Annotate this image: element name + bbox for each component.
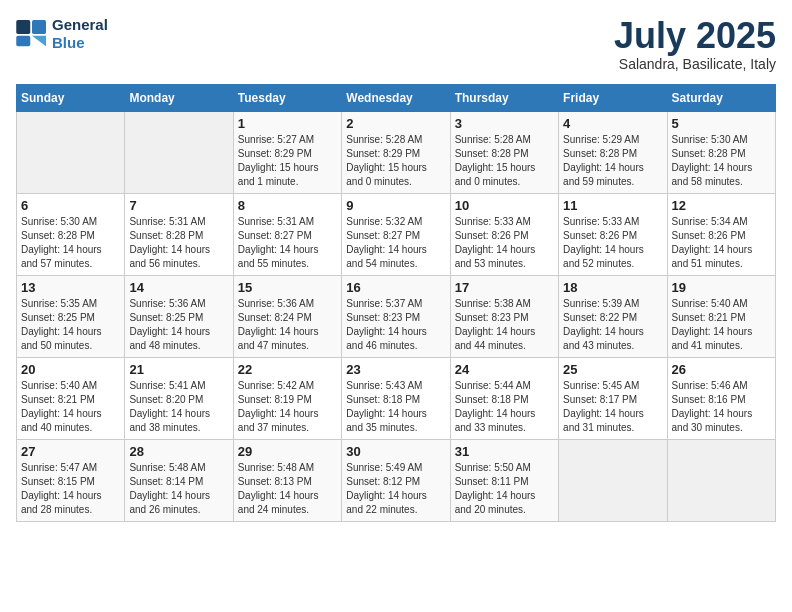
- sunset-text: Sunset: 8:25 PM: [129, 311, 228, 325]
- calendar-cell: 12Sunrise: 5:34 AMSunset: 8:26 PMDayligh…: [667, 193, 775, 275]
- daylight-text: Daylight: 14 hours and 47 minutes.: [238, 325, 337, 353]
- sunset-text: Sunset: 8:19 PM: [238, 393, 337, 407]
- day-number: 25: [563, 362, 662, 377]
- sunset-text: Sunset: 8:27 PM: [346, 229, 445, 243]
- calendar-cell: 27Sunrise: 5:47 AMSunset: 8:15 PMDayligh…: [17, 439, 125, 521]
- sunrise-text: Sunrise: 5:41 AM: [129, 379, 228, 393]
- calendar-cell: 13Sunrise: 5:35 AMSunset: 8:25 PMDayligh…: [17, 275, 125, 357]
- calendar-cell: 21Sunrise: 5:41 AMSunset: 8:20 PMDayligh…: [125, 357, 233, 439]
- daylight-text: Daylight: 14 hours and 20 minutes.: [455, 489, 554, 517]
- calendar-week-1: 1Sunrise: 5:27 AMSunset: 8:29 PMDaylight…: [17, 111, 776, 193]
- sunset-text: Sunset: 8:26 PM: [455, 229, 554, 243]
- sunrise-text: Sunrise: 5:44 AM: [455, 379, 554, 393]
- sunset-text: Sunset: 8:29 PM: [346, 147, 445, 161]
- daylight-text: Daylight: 14 hours and 54 minutes.: [346, 243, 445, 271]
- svg-rect-1: [32, 20, 46, 34]
- day-number: 20: [21, 362, 120, 377]
- day-number: 23: [346, 362, 445, 377]
- calendar-cell: 7Sunrise: 5:31 AMSunset: 8:28 PMDaylight…: [125, 193, 233, 275]
- calendar-cell: 20Sunrise: 5:40 AMSunset: 8:21 PMDayligh…: [17, 357, 125, 439]
- daylight-text: Daylight: 14 hours and 33 minutes.: [455, 407, 554, 435]
- calendar-cell: 10Sunrise: 5:33 AMSunset: 8:26 PMDayligh…: [450, 193, 558, 275]
- sunset-text: Sunset: 8:28 PM: [455, 147, 554, 161]
- calendar-cell: [125, 111, 233, 193]
- calendar-cell: [559, 439, 667, 521]
- day-info: Sunrise: 5:27 AMSunset: 8:29 PMDaylight:…: [238, 133, 337, 189]
- calendar-cell: [667, 439, 775, 521]
- calendar-cell: 9Sunrise: 5:32 AMSunset: 8:27 PMDaylight…: [342, 193, 450, 275]
- sunset-text: Sunset: 8:21 PM: [672, 311, 771, 325]
- sunrise-text: Sunrise: 5:36 AM: [238, 297, 337, 311]
- logo-icon: [16, 20, 48, 48]
- sunrise-text: Sunrise: 5:50 AM: [455, 461, 554, 475]
- calendar-cell: 23Sunrise: 5:43 AMSunset: 8:18 PMDayligh…: [342, 357, 450, 439]
- sunset-text: Sunset: 8:24 PM: [238, 311, 337, 325]
- day-number: 27: [21, 444, 120, 459]
- day-number: 31: [455, 444, 554, 459]
- sunset-text: Sunset: 8:26 PM: [563, 229, 662, 243]
- sunset-text: Sunset: 8:16 PM: [672, 393, 771, 407]
- daylight-text: Daylight: 14 hours and 52 minutes.: [563, 243, 662, 271]
- day-number: 13: [21, 280, 120, 295]
- daylight-text: Daylight: 15 hours and 0 minutes.: [455, 161, 554, 189]
- day-info: Sunrise: 5:31 AMSunset: 8:28 PMDaylight:…: [129, 215, 228, 271]
- page-header: General Blue July 2025 Salandra, Basilic…: [16, 16, 776, 72]
- daylight-text: Daylight: 14 hours and 41 minutes.: [672, 325, 771, 353]
- sunrise-text: Sunrise: 5:36 AM: [129, 297, 228, 311]
- header-friday: Friday: [559, 84, 667, 111]
- day-number: 9: [346, 198, 445, 213]
- sunrise-text: Sunrise: 5:48 AM: [238, 461, 337, 475]
- daylight-text: Daylight: 15 hours and 0 minutes.: [346, 161, 445, 189]
- logo-text: General Blue: [52, 16, 108, 52]
- daylight-text: Daylight: 14 hours and 44 minutes.: [455, 325, 554, 353]
- day-info: Sunrise: 5:30 AMSunset: 8:28 PMDaylight:…: [672, 133, 771, 189]
- sunrise-text: Sunrise: 5:30 AM: [21, 215, 120, 229]
- day-info: Sunrise: 5:28 AMSunset: 8:28 PMDaylight:…: [455, 133, 554, 189]
- daylight-text: Daylight: 14 hours and 50 minutes.: [21, 325, 120, 353]
- day-number: 3: [455, 116, 554, 131]
- day-info: Sunrise: 5:33 AMSunset: 8:26 PMDaylight:…: [455, 215, 554, 271]
- calendar-cell: 25Sunrise: 5:45 AMSunset: 8:17 PMDayligh…: [559, 357, 667, 439]
- day-info: Sunrise: 5:43 AMSunset: 8:18 PMDaylight:…: [346, 379, 445, 435]
- sunrise-text: Sunrise: 5:30 AM: [672, 133, 771, 147]
- calendar-cell: [17, 111, 125, 193]
- day-number: 7: [129, 198, 228, 213]
- day-number: 10: [455, 198, 554, 213]
- sunset-text: Sunset: 8:18 PM: [455, 393, 554, 407]
- day-info: Sunrise: 5:30 AMSunset: 8:28 PMDaylight:…: [21, 215, 120, 271]
- sunrise-text: Sunrise: 5:37 AM: [346, 297, 445, 311]
- sunset-text: Sunset: 8:11 PM: [455, 475, 554, 489]
- day-info: Sunrise: 5:33 AMSunset: 8:26 PMDaylight:…: [563, 215, 662, 271]
- sunrise-text: Sunrise: 5:47 AM: [21, 461, 120, 475]
- header-thursday: Thursday: [450, 84, 558, 111]
- sunrise-text: Sunrise: 5:34 AM: [672, 215, 771, 229]
- calendar-cell: 1Sunrise: 5:27 AMSunset: 8:29 PMDaylight…: [233, 111, 341, 193]
- sunset-text: Sunset: 8:28 PM: [21, 229, 120, 243]
- day-number: 28: [129, 444, 228, 459]
- day-info: Sunrise: 5:48 AMSunset: 8:13 PMDaylight:…: [238, 461, 337, 517]
- day-number: 30: [346, 444, 445, 459]
- daylight-text: Daylight: 14 hours and 22 minutes.: [346, 489, 445, 517]
- day-number: 17: [455, 280, 554, 295]
- day-number: 24: [455, 362, 554, 377]
- day-number: 15: [238, 280, 337, 295]
- svg-marker-3: [32, 36, 46, 47]
- calendar-cell: 14Sunrise: 5:36 AMSunset: 8:25 PMDayligh…: [125, 275, 233, 357]
- svg-rect-2: [16, 36, 30, 47]
- sunset-text: Sunset: 8:28 PM: [672, 147, 771, 161]
- daylight-text: Daylight: 14 hours and 24 minutes.: [238, 489, 337, 517]
- daylight-text: Daylight: 14 hours and 51 minutes.: [672, 243, 771, 271]
- day-info: Sunrise: 5:39 AMSunset: 8:22 PMDaylight:…: [563, 297, 662, 353]
- calendar-cell: 2Sunrise: 5:28 AMSunset: 8:29 PMDaylight…: [342, 111, 450, 193]
- sunset-text: Sunset: 8:17 PM: [563, 393, 662, 407]
- calendar-header: SundayMondayTuesdayWednesdayThursdayFrid…: [17, 84, 776, 111]
- sunrise-text: Sunrise: 5:31 AM: [238, 215, 337, 229]
- sunset-text: Sunset: 8:23 PM: [455, 311, 554, 325]
- calendar-table: SundayMondayTuesdayWednesdayThursdayFrid…: [16, 84, 776, 522]
- day-info: Sunrise: 5:50 AMSunset: 8:11 PMDaylight:…: [455, 461, 554, 517]
- daylight-text: Daylight: 15 hours and 1 minute.: [238, 161, 337, 189]
- daylight-text: Daylight: 14 hours and 35 minutes.: [346, 407, 445, 435]
- day-info: Sunrise: 5:41 AMSunset: 8:20 PMDaylight:…: [129, 379, 228, 435]
- daylight-text: Daylight: 14 hours and 31 minutes.: [563, 407, 662, 435]
- sunrise-text: Sunrise: 5:42 AM: [238, 379, 337, 393]
